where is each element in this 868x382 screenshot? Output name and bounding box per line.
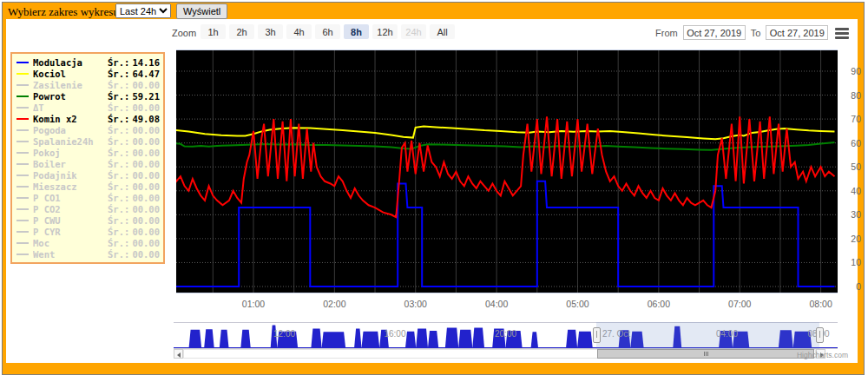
series-color-dash-icon xyxy=(16,129,29,131)
series-color-dash-icon xyxy=(16,73,29,75)
zoom-button-24h[interactable]: 24h xyxy=(401,24,426,39)
series-avg-prefix: Śr.: xyxy=(108,159,130,169)
navigator-series-blob xyxy=(354,328,361,347)
navigator-series-blob xyxy=(458,330,472,348)
series-name: P_CYR xyxy=(33,227,108,237)
series-color-dash-icon xyxy=(16,163,29,165)
navigator-selected-range[interactable] xyxy=(596,322,819,349)
series-color-dash-icon xyxy=(16,96,29,97)
navigator-series-blob xyxy=(472,328,484,348)
display-button[interactable]: Wyświetl xyxy=(176,3,227,19)
series-avg-value: 00.00 xyxy=(130,249,160,260)
legend-item[interactable]: P_CYRŚr.:00.00 xyxy=(16,226,160,237)
legend-item[interactable]: WentŚr.:00.00 xyxy=(16,248,160,260)
series-color-dash-icon xyxy=(16,254,29,255)
zoom-button-8h[interactable]: 8h xyxy=(344,24,369,39)
legend-item[interactable]: MieszaczŚr.:00.00 xyxy=(16,181,160,192)
legend-item[interactable]: PokojŚr.:00.00 xyxy=(16,147,160,158)
from-date-input[interactable] xyxy=(683,25,746,40)
y-tick-label: 80 xyxy=(842,90,861,101)
legend-item[interactable]: MocŚr.:00.00 xyxy=(16,237,160,248)
series-avg-value: 00.00 xyxy=(130,170,160,181)
series-name: Zasilenie xyxy=(33,80,108,90)
legend-item[interactable]: PogodaŚr.:00.00 xyxy=(16,124,160,135)
legend-item[interactable]: P_CO2Śr.:00.00 xyxy=(16,203,160,214)
zoom-button-all[interactable]: All xyxy=(430,24,455,39)
legend-item[interactable]: PodajnikŚr.:00.00 xyxy=(16,169,160,181)
zoom-button-1h[interactable]: 1h xyxy=(201,24,226,39)
navigator-series-blob xyxy=(379,330,389,348)
series-avg-prefix: Śr.: xyxy=(108,91,130,102)
navigator-series-blob xyxy=(492,328,505,347)
navigator-series-blob xyxy=(428,331,438,348)
series-color-dash-icon xyxy=(16,152,29,154)
legend-item[interactable]: Spalanie24hŚr.:00.00 xyxy=(16,135,160,147)
navigator-series-blob xyxy=(416,328,428,347)
legend-item[interactable]: P_CWUŚr.:00.00 xyxy=(16,214,160,226)
series-name: Modulacja xyxy=(33,57,108,68)
series-avg-value: 00.00 xyxy=(130,204,160,214)
navigator-left-handle[interactable] xyxy=(593,327,601,343)
highcharts-credits-link[interactable]: Highcharts.com xyxy=(797,351,848,359)
chart-menu-icon[interactable] xyxy=(835,28,849,39)
main-plot-area[interactable] xyxy=(176,49,838,293)
y-tick-label: 20 xyxy=(842,234,861,244)
series-avg-prefix: Śr.: xyxy=(108,102,130,113)
x-tick-label: 02:00 xyxy=(317,299,352,309)
series-avg-value: 00.00 xyxy=(130,159,160,169)
zoom-button-2h[interactable]: 2h xyxy=(229,24,254,39)
series-legend: ModulacjaŚr.:14.16KociolŚr.:64.47Zasilen… xyxy=(10,52,165,264)
scrollbar-thumb[interactable] xyxy=(597,349,814,359)
series-avg-value: 00.00 xyxy=(130,238,160,248)
y-tick-label: 0 xyxy=(842,281,861,292)
series-line-modulacja xyxy=(176,181,835,286)
navigator-series-blob xyxy=(531,332,538,347)
zoom-button-6h[interactable]: 6h xyxy=(315,24,340,39)
legend-item[interactable]: ΔTŚr.:00.00 xyxy=(16,102,160,113)
range-select[interactable]: Last 24h xyxy=(115,3,171,18)
zoom-button-4h[interactable]: 4h xyxy=(286,24,312,39)
series-avg-value: 14.16 xyxy=(130,57,160,68)
series-avg-value: 49.08 xyxy=(130,114,160,124)
series-avg-prefix: Śr.: xyxy=(108,114,130,124)
scrollbar-left-arrow-icon[interactable] xyxy=(174,349,183,359)
series-avg-prefix: Śr.: xyxy=(108,136,130,147)
series-name: P_CO1 xyxy=(33,193,108,203)
series-color-dash-icon xyxy=(16,84,29,86)
navigator-series-blob xyxy=(577,332,593,348)
y-tick-label: 10 xyxy=(842,257,861,267)
to-date-input[interactable] xyxy=(766,25,828,40)
series-avg-prefix: Śr.: xyxy=(108,57,130,68)
y-tick-label: 40 xyxy=(842,186,861,196)
legend-item[interactable]: ModulacjaŚr.:14.16 xyxy=(16,56,160,68)
series-avg-prefix: Śr.: xyxy=(108,204,130,214)
navigator-series-blob xyxy=(362,332,380,348)
series-avg-prefix: Śr.: xyxy=(108,193,130,203)
series-color-dash-icon xyxy=(16,175,29,176)
navigator-right-handle[interactable] xyxy=(816,327,824,343)
legend-item[interactable]: ZasilenieŚr.:00.00 xyxy=(16,79,160,90)
series-avg-value: 00.00 xyxy=(130,125,160,135)
legend-item[interactable]: BoilerŚr.:00.00 xyxy=(16,158,160,169)
series-name: Komin x2 xyxy=(33,114,108,124)
series-color-dash-icon xyxy=(16,242,29,244)
topbar: Wybierz zakres wykresu: Last 24h Wyświet… xyxy=(3,3,864,19)
chart-panel: ModulacjaŚr.:14.16KociolŚr.:64.47Zasilen… xyxy=(6,19,858,363)
series-avg-value: 59.21 xyxy=(130,91,160,102)
x-tick-label: 07:00 xyxy=(722,299,757,309)
legend-item[interactable]: KociolŚr.:64.47 xyxy=(16,68,160,79)
legend-item[interactable]: Komin x2Śr.:49.08 xyxy=(16,113,160,124)
y-tick-label: 50 xyxy=(842,161,861,172)
series-name: Mieszacz xyxy=(33,181,108,192)
series-name: Moc xyxy=(33,238,108,248)
date-range-controls: From To xyxy=(655,25,828,40)
chart-range-label: Wybierz zakres wykresu: xyxy=(8,5,122,19)
navigator-series-blob xyxy=(189,330,202,348)
series-name: Went xyxy=(33,249,108,260)
legend-item[interactable]: P_CO1Śr.:00.00 xyxy=(16,192,160,203)
series-avg-value: 00.00 xyxy=(130,181,160,192)
zoom-button-3h[interactable]: 3h xyxy=(258,24,283,39)
navigator-series-blob xyxy=(220,330,229,348)
zoom-button-12h[interactable]: 12h xyxy=(372,24,398,39)
legend-item[interactable]: PowrotŚr.:59.21 xyxy=(16,90,160,102)
